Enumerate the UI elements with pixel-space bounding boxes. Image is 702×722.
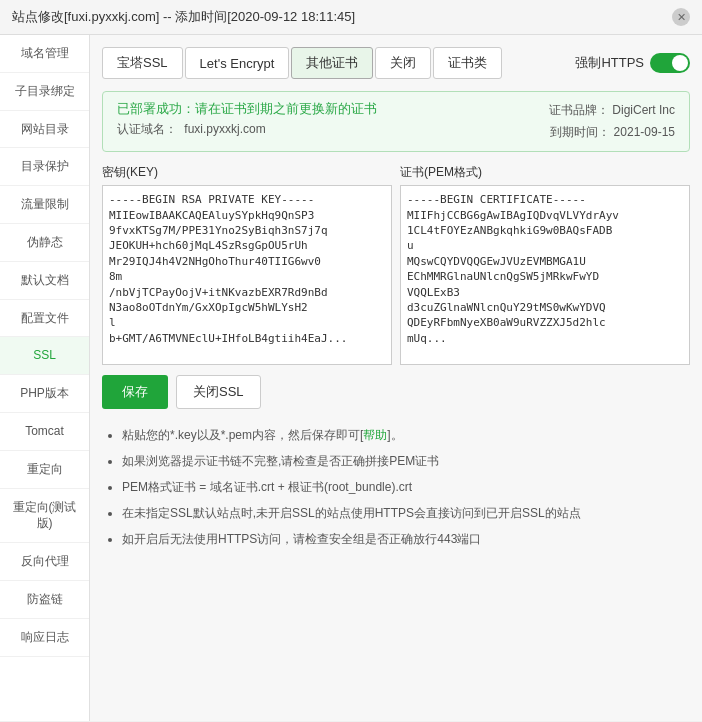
sidebar-item-dirprotect[interactable]: 目录保护 (0, 148, 89, 186)
sidebar-item-config[interactable]: 配置文件 (0, 300, 89, 338)
sidebar-item-subdir[interactable]: 子目录绑定 (0, 73, 89, 111)
brand-value: DigiCert Inc (612, 103, 675, 117)
close-icon[interactable]: ✕ (672, 8, 690, 26)
expiry-label: 到期时间： (550, 125, 610, 139)
sidebar-item-hotlink[interactable]: 防盗链 (0, 581, 89, 619)
cert-label: 证书(PEM格式) (400, 164, 690, 181)
tab-baota[interactable]: 宝塔SSL (102, 47, 183, 79)
success-title: 已部署成功：请在证书到期之前更换新的证书 (117, 100, 377, 118)
tip-item-3: 在未指定SSL默认站点时,未开启SSL的站点使用HTTPS会直接访问到已开启SS… (122, 501, 690, 525)
cert-editors: 密钥(KEY) 证书(PEM格式) (102, 164, 690, 365)
key-label: 密钥(KEY) (102, 164, 392, 181)
sidebar-item-webdir[interactable]: 网站目录 (0, 111, 89, 149)
tab-certtype[interactable]: 证书类 (433, 47, 502, 79)
tip-item-4: 如开启后无法使用HTTPS访问，请检查安全组是否正确放行443端口 (122, 527, 690, 551)
tip-item-2: PEM格式证书 = 域名证书.crt + 根证书(root_bundle).cr… (122, 475, 690, 499)
domain-label: 认证域名： (117, 122, 177, 136)
help-link[interactable]: 帮助 (363, 428, 387, 442)
https-toggle: 强制HTTPS (575, 53, 690, 73)
save-button[interactable]: 保存 (102, 375, 168, 409)
tab-close[interactable]: 关闭 (375, 47, 431, 79)
main-content: 宝塔SSLLet's Encrypt其他证书关闭证书类 强制HTTPS 已部署成… (90, 35, 702, 721)
cert-textarea[interactable] (400, 185, 690, 365)
window-title: 站点修改[fuxi.pyxxkj.com] -- 添加时间[2020-09-12… (12, 8, 355, 26)
cert-info: 证书品牌： DigiCert Inc 到期时间： 2021-09-15 (549, 100, 675, 143)
https-toggle-label: 强制HTTPS (575, 54, 644, 72)
cert-brand: 证书品牌： DigiCert Inc (549, 100, 675, 122)
sidebar-item-php[interactable]: PHP版本 (0, 375, 89, 413)
sidebar-item-redirect[interactable]: 重定向 (0, 451, 89, 489)
sidebar-item-accesslog[interactable]: 响应日志 (0, 619, 89, 657)
sidebar-item-reverseproxy[interactable]: 反向代理 (0, 543, 89, 581)
expiry-value: 2021-09-15 (614, 125, 675, 139)
btn-row: 保存 关闭SSL (102, 375, 690, 409)
key-textarea[interactable] (102, 185, 392, 365)
sidebar-item-defaultdoc[interactable]: 默认文档 (0, 262, 89, 300)
tips-list: 粘贴您的*.key以及*.pem内容，然后保存即可[帮助]。如果浏览器提示证书链… (102, 423, 690, 551)
cert-editor-block: 证书(PEM格式) (400, 164, 690, 365)
success-banner: 已部署成功：请在证书到期之前更换新的证书 认证域名： fuxi.pyxxkj.c… (102, 91, 690, 152)
domain-text: 认证域名： fuxi.pyxxkj.com (117, 121, 377, 138)
tip-item-1: 如果浏览器提示证书链不完整,请检查是否正确拼接PEM证书 (122, 449, 690, 473)
sidebar-item-tomcat[interactable]: Tomcat (0, 413, 89, 451)
brand-label: 证书品牌： (549, 103, 609, 117)
sidebar: 域名管理子目录绑定网站目录目录保护流量限制伪静态默认文档配置文件SSLPHP版本… (0, 35, 90, 721)
sidebar-item-domain[interactable]: 域名管理 (0, 35, 89, 73)
domain-value: fuxi.pyxxkj.com (184, 122, 265, 136)
sidebar-item-pseudostatic[interactable]: 伪静态 (0, 224, 89, 262)
key-editor-block: 密钥(KEY) (102, 164, 392, 365)
tip-item-0: 粘贴您的*.key以及*.pem内容，然后保存即可[帮助]。 (122, 423, 690, 447)
sidebar-item-redirecttest[interactable]: 重定向(测试版) (0, 489, 89, 544)
sidebar-item-ssl[interactable]: SSL (0, 337, 89, 375)
tab-othercert[interactable]: 其他证书 (291, 47, 373, 79)
toggle-switch[interactable] (650, 53, 690, 73)
close-ssl-button[interactable]: 关闭SSL (176, 375, 261, 409)
sidebar-item-flowlimit[interactable]: 流量限制 (0, 186, 89, 224)
title-bar: 站点修改[fuxi.pyxxkj.com] -- 添加时间[2020-09-12… (0, 0, 702, 35)
tabs-row: 宝塔SSLLet's Encrypt其他证书关闭证书类 强制HTTPS (102, 47, 690, 79)
tab-letsencrypt[interactable]: Let's Encrypt (185, 47, 290, 79)
cert-expiry: 到期时间： 2021-09-15 (549, 122, 675, 144)
